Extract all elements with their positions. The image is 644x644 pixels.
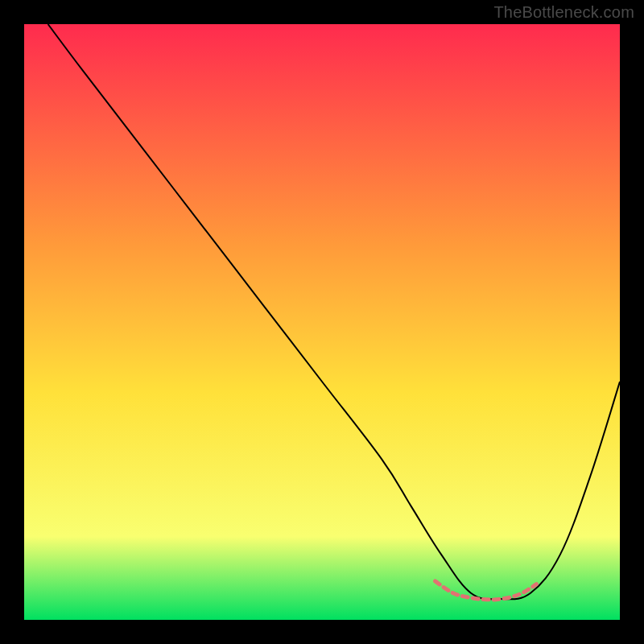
bottleneck-chart [24, 24, 620, 620]
watermark-text: TheBottleneck.com [493, 3, 634, 22]
plot-background [24, 24, 620, 620]
chart-container: TheBottleneck.com [0, 0, 644, 644]
